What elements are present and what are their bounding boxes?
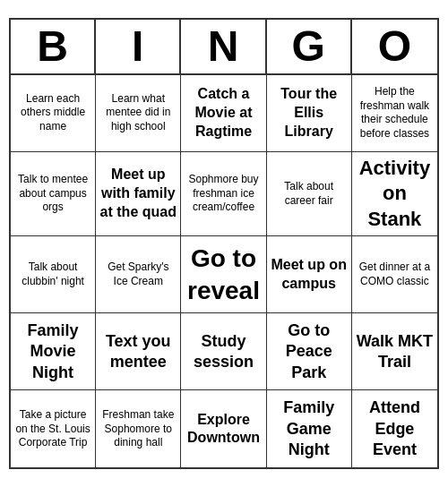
bingo-cell-19[interactable]: Walk MKT Trail [352,313,437,390]
bingo-cell-18[interactable]: Go to Peace Park [267,313,352,390]
bingo-cell-13[interactable]: Meet up on campus [267,236,352,313]
bingo-cell-9[interactable]: Activity on Stank [352,152,437,237]
bingo-cell-4[interactable]: Help the freshman walk their schedule be… [352,75,437,152]
bingo-cell-3[interactable]: Tour the Ellis Library [267,75,352,152]
bingo-cell-7[interactable]: Sophmore buy freshman ice cream/coffee [181,152,266,237]
bingo-header: BINGO [11,20,437,75]
bingo-cell-1[interactable]: Learn what mentee did in high school [96,75,181,152]
bingo-cell-11[interactable]: Get Sparky's Ice Cream [96,236,181,313]
bingo-letter-o: O [352,20,437,73]
bingo-cell-8[interactable]: Talk about career fair [267,152,352,237]
bingo-cell-10[interactable]: Talk about clubbin' night [11,236,96,313]
bingo-cell-2[interactable]: Catch a Movie at Ragtime [181,75,266,152]
bingo-cell-21[interactable]: Freshman take Sophomore to dining hall [96,390,181,467]
bingo-cell-12[interactable]: Go to reveal [181,236,266,313]
bingo-cell-6[interactable]: Meet up with family at the quad [96,152,181,237]
bingo-cell-17[interactable]: Study session [181,313,266,390]
bingo-cell-23[interactable]: Family Game Night [267,390,352,467]
bingo-cell-22[interactable]: Explore Downtown [181,390,266,467]
bingo-grid: Learn each others middle nameLearn what … [11,75,437,468]
bingo-letter-g: G [267,20,352,73]
bingo-cell-20[interactable]: Take a picture on the St. Louis Corporat… [11,390,96,467]
bingo-cell-16[interactable]: Text you mentee [96,313,181,390]
bingo-card: BINGO Learn each others middle nameLearn… [9,18,439,470]
bingo-letter-n: N [181,20,266,73]
bingo-cell-14[interactable]: Get dinner at a COMO classic [352,236,437,313]
bingo-cell-0[interactable]: Learn each others middle name [11,75,96,152]
bingo-letter-i: I [96,20,181,73]
bingo-cell-24[interactable]: Attend Edge Event [352,390,437,467]
bingo-cell-15[interactable]: Family Movie Night [11,313,96,390]
bingo-cell-5[interactable]: Talk to mentee about campus orgs [11,152,96,237]
bingo-letter-b: B [11,20,96,73]
